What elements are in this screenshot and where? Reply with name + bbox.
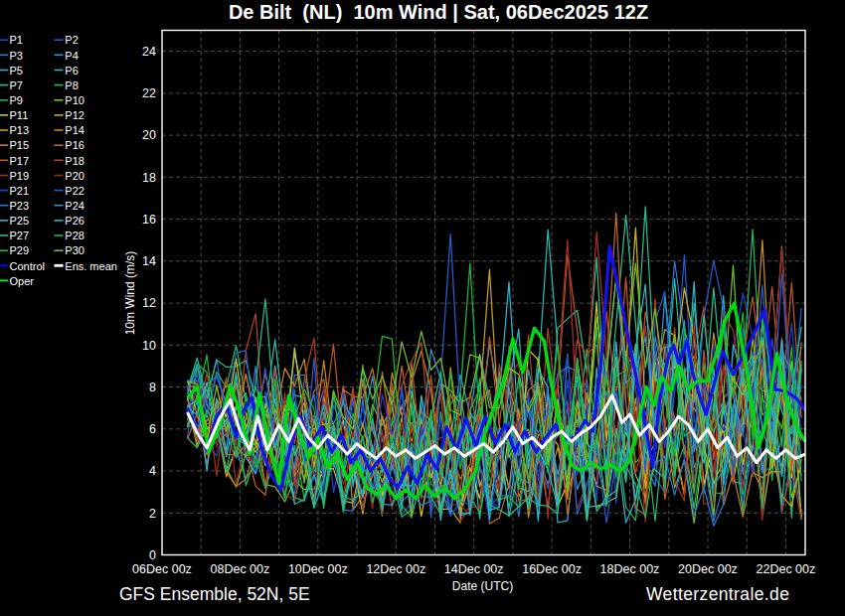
svg-text:P6: P6 [65,65,78,77]
svg-text:P18: P18 [65,155,84,167]
svg-text:P30: P30 [65,244,84,256]
svg-text:0: 0 [149,548,156,562]
svg-text:P26: P26 [65,215,84,227]
svg-text:16Dec 00z: 16Dec 00z [522,562,582,576]
svg-text:22Dec 00z: 22Dec 00z [757,562,816,576]
svg-text:P3: P3 [10,50,23,62]
svg-text:2: 2 [149,507,156,521]
svg-text:P4: P4 [65,50,78,62]
svg-text:P22: P22 [65,185,84,197]
svg-text:P15: P15 [10,139,30,151]
svg-text:P8: P8 [65,79,78,91]
svg-text:P11: P11 [10,109,29,121]
svg-text:P12: P12 [65,109,84,121]
svg-text:06Dec 00z: 06Dec 00z [132,562,192,576]
svg-text:Oper: Oper [10,275,35,287]
svg-text:14Dec 00z: 14Dec 00z [444,562,504,576]
svg-text:20: 20 [142,128,156,142]
svg-text:P29: P29 [10,244,30,256]
svg-text:P13: P13 [10,124,30,136]
svg-text:08Dec 00z: 08Dec 00z [211,562,270,576]
svg-text:P10: P10 [65,94,84,106]
svg-text:P5: P5 [10,65,23,77]
svg-text:P1: P1 [10,34,23,46]
svg-text:P7: P7 [10,79,23,91]
svg-text:12Dec 00z: 12Dec 00z [366,562,425,576]
svg-text:P28: P28 [65,230,84,241]
svg-text:Date (UTC): Date (UTC) [452,579,513,593]
svg-text:10Dec 00z: 10Dec 00z [288,562,348,576]
svg-text:P19: P19 [10,170,30,182]
svg-text:P25: P25 [10,215,30,227]
svg-text:Wetterzentrale.de: Wetterzentrale.de [646,584,789,604]
svg-text:GFS Ensemble, 52N, 5E: GFS Ensemble, 52N, 5E [119,584,310,604]
svg-text:Ens. mean: Ens. mean [65,260,117,272]
svg-text:14: 14 [142,254,156,268]
svg-text:8: 8 [149,381,156,394]
svg-text:18: 18 [142,171,156,185]
svg-text:10: 10 [142,339,156,353]
svg-text:P17: P17 [10,155,30,167]
svg-text:P20: P20 [65,170,84,182]
svg-text:12: 12 [142,296,156,310]
svg-text:P16: P16 [65,139,84,151]
svg-text:P23: P23 [10,200,30,212]
svg-text:10m Wind (m/s): 10m Wind (m/s) [123,251,137,336]
svg-text:22: 22 [142,86,156,100]
svg-text:18Dec 00z: 18Dec 00z [600,562,660,576]
svg-text:P14: P14 [65,124,84,136]
svg-text:4: 4 [149,464,156,478]
svg-text:P27: P27 [10,230,30,241]
svg-text:P9: P9 [10,94,23,106]
svg-text:P24: P24 [65,200,84,212]
svg-text:P2: P2 [65,34,78,46]
svg-text:6: 6 [149,422,156,436]
svg-text:De Bilt (NL) 10m Wind | Sat,: De Bilt (NL) 10m Wind | Sat, 06Dec2025 1… [229,1,648,23]
svg-text:P21: P21 [10,185,30,197]
svg-text:24: 24 [142,45,156,59]
svg-text:Control: Control [10,260,45,272]
svg-text:16: 16 [142,213,156,227]
svg-text:20Dec 00z: 20Dec 00z [678,562,738,576]
